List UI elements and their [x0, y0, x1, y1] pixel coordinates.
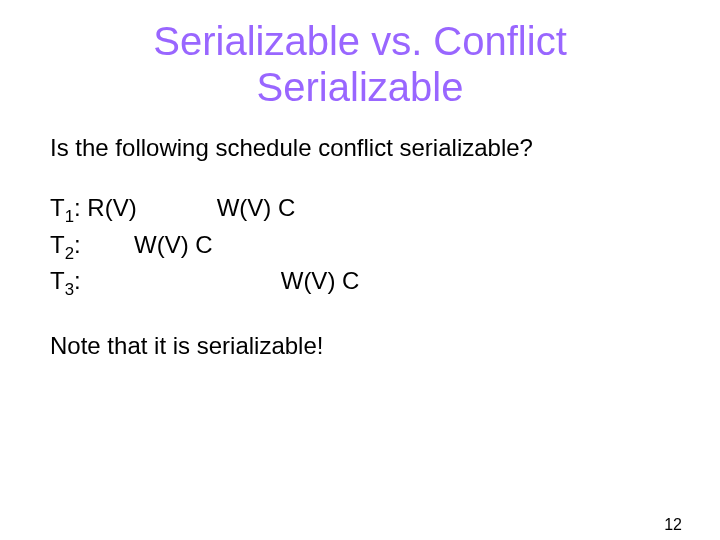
slide: Serializable vs. Conflict Serializable I… — [0, 18, 720, 540]
title-line-2: Serializable — [257, 65, 464, 109]
t2-ops: : W(V) C — [74, 231, 213, 258]
t1-sub: 1 — [65, 207, 74, 226]
t1-label: T — [50, 194, 65, 221]
t2-sub: 2 — [65, 244, 74, 263]
note-text: Note that it is serializable! — [50, 330, 670, 362]
t1-ops: : R(V) W(V) C — [74, 194, 295, 221]
page-number: 12 — [664, 516, 682, 534]
schedule-row-t2: T2: W(V) C — [50, 229, 670, 265]
slide-body: Is the following schedule conflict seria… — [50, 132, 670, 362]
schedule-block: T1: R(V) W(V) C T2: W(V) C T3: W(V) C — [50, 192, 670, 301]
t3-label: T — [50, 267, 65, 294]
t3-ops: : W(V) C — [74, 267, 359, 294]
slide-title: Serializable vs. Conflict Serializable — [40, 18, 680, 110]
schedule-row-t1: T1: R(V) W(V) C — [50, 192, 670, 228]
question-text: Is the following schedule conflict seria… — [50, 132, 670, 164]
title-line-1: Serializable vs. Conflict — [153, 19, 567, 63]
schedule-row-t3: T3: W(V) C — [50, 265, 670, 301]
t2-label: T — [50, 231, 65, 258]
t3-sub: 3 — [65, 280, 74, 299]
